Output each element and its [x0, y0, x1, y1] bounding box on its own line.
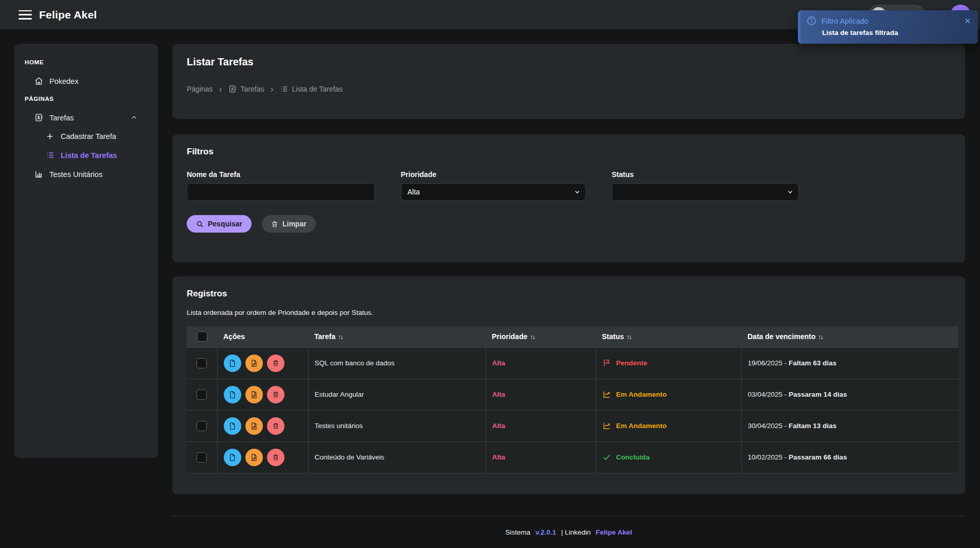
page-header-card: Listar Tarefas Páginas › Tarefas › Lista…	[172, 44, 965, 119]
filters-title: Filtros	[187, 147, 951, 157]
chevron-right-icon: ›	[218, 84, 223, 94]
task-name-input[interactable]	[187, 183, 375, 201]
due-date-cell: 30/04/2025 - Faltam 13 dias	[741, 410, 958, 441]
file-icon	[228, 359, 236, 367]
toast-title: Filtro Aplicado	[822, 17, 868, 25]
sort-icon[interactable]: ↑↓	[338, 333, 343, 341]
trending-up-icon	[602, 421, 611, 430]
toast-close-icon[interactable]: ✕	[964, 17, 971, 25]
file-pen-icon	[250, 359, 258, 367]
status-cell: Em Andamento	[602, 421, 735, 430]
task-cell: Conteúdo de Variáveis	[308, 441, 486, 473]
sidebar-item-label: Cadastrar Tarefa	[61, 132, 116, 140]
app-title: Felipe Akel	[39, 9, 97, 21]
records-title: Registros	[187, 289, 951, 299]
edit-button[interactable]	[245, 386, 263, 403]
due-date-cell: 10/02/2025 - Passaram 66 dias	[741, 441, 958, 473]
trash-icon	[272, 359, 279, 367]
task-cell: Testes unitários	[308, 410, 486, 441]
priority-cell: Alta	[486, 347, 596, 379]
address-book-icon	[34, 113, 43, 122]
file-pen-icon	[250, 422, 258, 430]
sidebar: HOME Pokedex PÁGINAS Tarefas Cadastrar T…	[14, 44, 158, 458]
sidebar-item-pokedex[interactable]: Pokedex	[14, 72, 158, 91]
home-icon	[34, 77, 43, 85]
footer-linkedin-label: | Linkedin	[561, 528, 591, 536]
delete-button[interactable]	[267, 386, 284, 403]
row-checkbox[interactable]	[197, 421, 207, 431]
header-actions: Ações	[217, 326, 308, 347]
priority-cell: Alta	[486, 410, 596, 441]
flag-icon	[602, 359, 611, 367]
edit-button[interactable]	[245, 449, 263, 466]
records-card: Registros Lista ordenada por ordem de Pr…	[172, 276, 965, 494]
header-due-date[interactable]: Data de vencimento↑↓	[741, 326, 958, 347]
hamburger-menu-icon[interactable]	[19, 10, 32, 20]
delete-button[interactable]	[267, 355, 284, 372]
priority-cell: Alta	[486, 379, 596, 410]
trash-icon	[272, 391, 279, 398]
priority-label: Prioridade	[401, 170, 586, 179]
chevron-up-icon[interactable]	[131, 114, 137, 121]
search-icon	[196, 220, 204, 228]
row-checkbox[interactable]	[197, 390, 207, 400]
header-task[interactable]: Tarefa↑↓	[308, 326, 486, 347]
view-button[interactable]	[224, 449, 241, 466]
view-button[interactable]	[224, 386, 241, 403]
sidebar-item-label: Tarefas	[49, 114, 74, 122]
sidebar-item-testes-unitarios[interactable]: Testes Unitários	[14, 165, 158, 184]
trash-icon	[271, 220, 278, 228]
sidebar-section-home: HOME	[14, 54, 158, 72]
breadcrumb-tarefas[interactable]: Tarefas	[228, 85, 264, 93]
list-icon	[45, 151, 55, 160]
sort-icon[interactable]: ↑↓	[530, 333, 534, 341]
search-button[interactable]: Pesquisar	[187, 215, 252, 233]
breadcrumb: Páginas › Tarefas › Lista de Tarefas	[187, 84, 951, 94]
table-header-row: Ações Tarefa↑↓ Prioridade↑↓ Status↑↓ Dat…	[187, 326, 958, 347]
status-cell: Concluída	[602, 453, 735, 462]
sidebar-item-lista-de-tarefas[interactable]: Lista de Tarefas	[14, 146, 158, 165]
sidebar-item-cadastrar-tarefa[interactable]: Cadastrar Tarefa	[14, 127, 158, 146]
status-select[interactable]	[612, 183, 799, 201]
footer-system-label: Sistema	[505, 528, 530, 536]
clear-button[interactable]: Limpar	[262, 215, 316, 233]
page-title: Listar Tarefas	[187, 56, 951, 68]
sidebar-item-label: Testes Unitários	[49, 170, 102, 179]
file-icon	[228, 422, 236, 430]
delete-button[interactable]	[267, 417, 284, 435]
sort-icon[interactable]: ↑↓	[627, 333, 631, 341]
row-checkbox[interactable]	[197, 452, 207, 463]
due-date-cell: 19/06/2025 - Faltam 63 dias	[741, 347, 958, 379]
file-icon	[228, 453, 236, 462]
footer: Sistema v.2.0.1 | Linkedin Felipe Akel	[172, 516, 965, 536]
trash-icon	[272, 422, 279, 430]
view-button[interactable]	[224, 417, 241, 435]
footer-version: v.2.0.1	[536, 528, 556, 536]
due-date-cell: 03/04/2025 - Passaram 14 dias	[741, 379, 958, 410]
toast-notification: Filtro Aplicado ✕ Lista de tarefas filtr…	[798, 10, 978, 44]
records-table: Ações Tarefa↑↓ Prioridade↑↓ Status↑↓ Dat…	[187, 326, 958, 473]
bar-chart-icon	[34, 170, 43, 179]
row-checkbox[interactable]	[197, 358, 207, 368]
clear-button-label: Limpar	[282, 220, 307, 228]
view-button[interactable]	[224, 355, 241, 372]
edit-button[interactable]	[245, 417, 263, 435]
check-icon	[602, 453, 611, 462]
breadcrumb-label: Lista de Tarefas	[292, 85, 343, 93]
sidebar-item-tarefas[interactable]: Tarefas	[14, 108, 158, 127]
sort-icon[interactable]: ↑↓	[818, 333, 823, 341]
chevron-right-icon: ›	[270, 84, 275, 94]
delete-button[interactable]	[267, 449, 284, 466]
priority-select[interactable]: Alta	[401, 183, 586, 201]
breadcrumb-lista-de-tarefas[interactable]: Lista de Tarefas	[280, 85, 343, 93]
sidebar-section-pages: PÁGINAS	[14, 91, 158, 108]
select-all-checkbox[interactable]	[197, 331, 207, 342]
footer-author-link[interactable]: Felipe Akel	[596, 528, 632, 536]
table-row: Conteúdo de Variáveis Alta Concluída 10/…	[187, 441, 958, 473]
breadcrumb-paginas[interactable]: Páginas	[187, 85, 213, 93]
task-cell: Estudar Angular	[308, 379, 486, 410]
header-status[interactable]: Status↑↓	[596, 326, 741, 347]
edit-button[interactable]	[245, 355, 263, 372]
header-priority[interactable]: Prioridade↑↓	[486, 326, 596, 347]
file-icon	[228, 391, 236, 399]
